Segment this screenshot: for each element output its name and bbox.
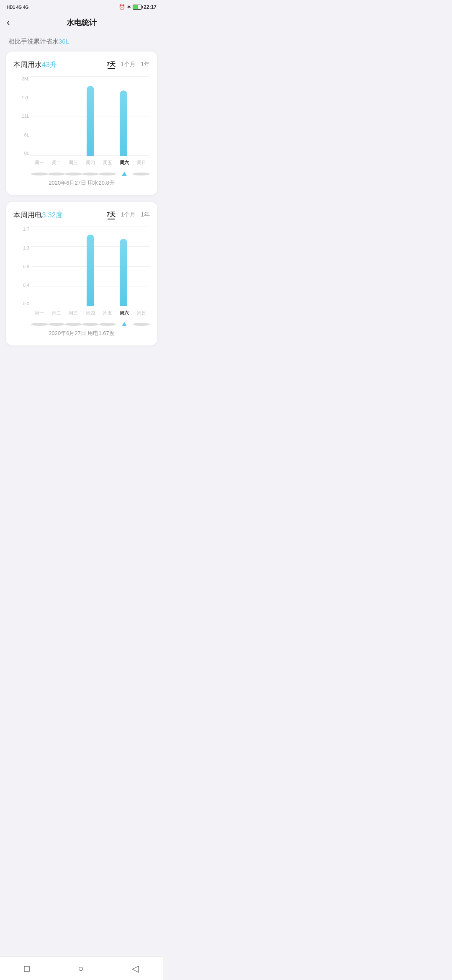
electric-card: 本周用电3.32度 7天 1个月 1年 1.7 1.3 0.8 0.4 0.0: [6, 202, 157, 346]
water-tab-7days[interactable]: 7天: [107, 61, 116, 69]
water-card: 本周用水43升 7天 1个月 1年 23L 17L 11L 6L 0L: [6, 52, 157, 195]
water-y-axis: 23L 17L 11L 6L 0L: [13, 76, 29, 156]
electric-bar-col-5: [115, 227, 131, 306]
water-x-label-0: 周一: [31, 160, 48, 166]
electric-x-label-3: 周四: [82, 310, 99, 316]
water-title-highlight: 43升: [42, 61, 57, 69]
electric-x-label-4: 周五: [99, 310, 116, 316]
electric-x-label-1: 周二: [48, 310, 65, 316]
header: ‹ 水电统计: [0, 13, 163, 32]
status-signals: HD1 4G 4G: [7, 5, 28, 10]
electric-bar-col-3: [82, 227, 98, 306]
water-title-prefix: 本周用水: [13, 61, 42, 69]
electric-x-axis: 周一 周二 周三 周四 周五 周六 周日: [31, 307, 150, 319]
status-right: ⏰ ✶ 22:17: [119, 4, 157, 10]
water-y-label-2: 11L: [13, 113, 29, 119]
electric-card-title: 本周用电3.32度: [13, 210, 63, 220]
water-bar-col-0: [33, 76, 49, 156]
electric-title-prefix: 本周用电: [13, 211, 42, 219]
electric-bar-col-4: [99, 227, 115, 306]
electric-card-header: 本周用电3.32度 7天 1个月 1年: [13, 210, 150, 220]
savings-prefix: 相比手洗累计省水: [8, 38, 59, 45]
electric-y-label-2: 0.8: [13, 264, 29, 269]
electric-tab-1month[interactable]: 1个月: [121, 211, 136, 219]
electric-x-label-6: 周日: [133, 310, 150, 316]
alarm-icon: ⏰: [119, 4, 125, 10]
electric-bar-col-2: [66, 227, 82, 306]
water-y-label-3: 6L: [13, 132, 29, 137]
electric-detail-text: 2020年6月27日 用电1.67度: [13, 330, 150, 339]
water-selected-indicator: [122, 172, 127, 176]
electric-chart-inner: [31, 227, 150, 306]
water-x-axis: 周一 周二 周三 周四 周五 周六 周日: [31, 157, 150, 168]
electric-y-label-1: 1.3: [13, 245, 29, 250]
water-y-label-1: 17L: [13, 95, 29, 100]
electric-tab-7days[interactable]: 7天: [107, 211, 116, 219]
electric-x-label-0: 周一: [31, 310, 48, 316]
water-bar-col-1: [49, 76, 65, 156]
electric-chart: 1.7 1.3 0.8 0.4 0.0: [13, 227, 150, 319]
electric-y-label-4: 0.0: [13, 301, 29, 306]
status-bar: HD1 4G 4G ⏰ ✶ 22:17: [0, 0, 163, 13]
electric-bar-col-1: [49, 227, 65, 306]
water-bar-col-3: [82, 76, 98, 156]
water-bar-col-2: [66, 76, 82, 156]
electric-y-label-0: 1.7: [13, 227, 29, 232]
battery-icon: [133, 5, 142, 10]
electric-bars: [31, 227, 150, 306]
water-bar-col-6: [132, 76, 148, 156]
bluetooth-icon: ✶: [127, 4, 131, 10]
electric-selected-indicator: [122, 322, 127, 326]
electric-y-label-3: 0.4: [13, 283, 29, 288]
water-x-label-1: 周二: [48, 160, 65, 166]
water-card-title: 本周用水43升: [13, 60, 57, 70]
water-tab-1year[interactable]: 1年: [141, 61, 150, 69]
electric-period-tabs: 7天 1个月 1年: [107, 211, 150, 219]
water-bar-col-5: [115, 76, 131, 156]
water-x-label-2: 周三: [65, 160, 82, 166]
water-chart-inner: [31, 76, 150, 156]
electric-title-highlight: 3.32度: [42, 211, 63, 219]
water-x-label-5: 周六: [116, 160, 133, 166]
electric-x-label-5: 周六: [116, 310, 133, 316]
water-tab-1month[interactable]: 1个月: [121, 61, 136, 69]
savings-highlight: 36L: [59, 38, 69, 45]
electric-dots-row: [13, 322, 150, 326]
water-detail-text: 2020年6月27日 用水20.8升: [13, 179, 150, 188]
water-dots-row: [13, 172, 150, 176]
water-chart: 23L 17L 11L 6L 0L: [13, 76, 150, 168]
electric-y-axis: 1.7 1.3 0.8 0.4 0.0: [13, 227, 29, 306]
savings-banner: 相比手洗累计省水36L: [0, 32, 163, 52]
electric-x-label-2: 周三: [65, 310, 82, 316]
water-bar-col-4: [99, 76, 115, 156]
time-display: 22:17: [144, 4, 157, 10]
electric-bar-col-0: [33, 227, 49, 306]
water-x-label-4: 周五: [99, 160, 116, 166]
electric-bar-col-6: [132, 227, 148, 306]
water-y-label-4: 0L: [13, 151, 29, 156]
back-button[interactable]: ‹: [7, 17, 10, 28]
water-period-tabs: 7天 1个月 1年: [107, 61, 150, 69]
water-bars: [31, 76, 150, 156]
water-card-header: 本周用水43升 7天 1个月 1年: [13, 60, 150, 70]
electric-tab-1year[interactable]: 1年: [141, 211, 150, 219]
page-title: 水电统计: [67, 18, 97, 28]
water-x-label-3: 周四: [82, 160, 99, 166]
water-x-label-6: 周日: [133, 160, 150, 166]
water-y-label-0: 23L: [13, 76, 29, 81]
